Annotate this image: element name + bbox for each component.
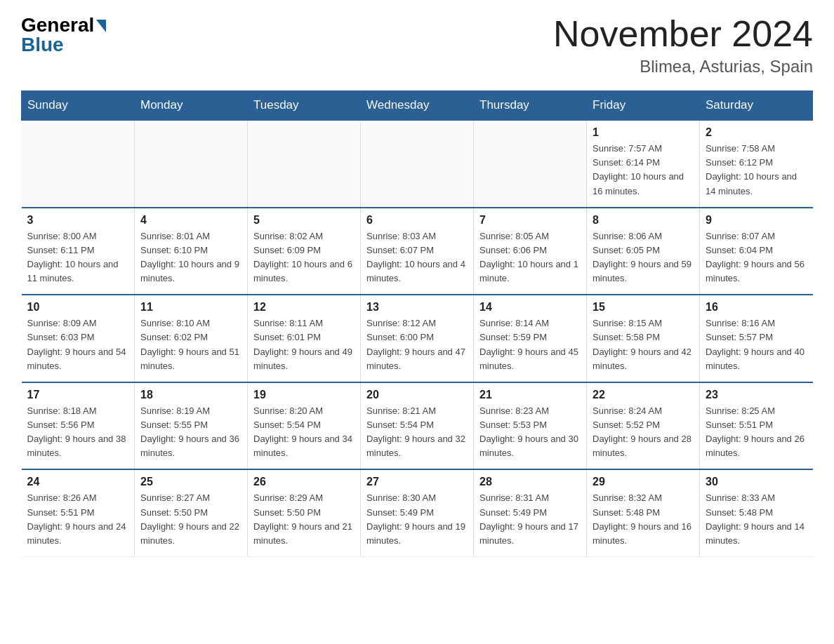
day-info: Sunrise: 8:01 AMSunset: 6:10 PMDaylight:… xyxy=(140,229,241,286)
day-number: 27 xyxy=(366,476,468,488)
calendar-cell: 8Sunrise: 8:06 AMSunset: 6:05 PMDaylight… xyxy=(587,208,700,295)
calendar-cell: 4Sunrise: 8:01 AMSunset: 6:10 PMDaylight… xyxy=(135,208,248,295)
day-number: 5 xyxy=(253,214,355,227)
day-number: 29 xyxy=(593,476,694,488)
day-info: Sunrise: 8:23 AMSunset: 5:53 PMDaylight:… xyxy=(479,404,581,461)
day-number: 23 xyxy=(706,389,807,401)
calendar-cell: 27Sunrise: 8:30 AMSunset: 5:49 PMDayligh… xyxy=(361,469,474,556)
month-year-title: November 2024 xyxy=(553,14,813,54)
day-number: 30 xyxy=(706,476,807,488)
calendar-header: SundayMondayTuesdayWednesdayThursdayFrid… xyxy=(22,91,813,121)
day-number: 25 xyxy=(140,476,241,488)
calendar-cell: 6Sunrise: 8:03 AMSunset: 6:07 PMDaylight… xyxy=(361,208,474,295)
day-number: 7 xyxy=(479,214,581,227)
day-number: 24 xyxy=(27,476,129,488)
day-number: 1 xyxy=(593,126,694,139)
header-day-thursday: Thursday xyxy=(474,91,587,121)
calendar-cell xyxy=(22,120,135,208)
day-info: Sunrise: 8:15 AMSunset: 5:58 PMDaylight:… xyxy=(593,316,694,373)
calendar-cell: 26Sunrise: 8:29 AMSunset: 5:50 PMDayligh… xyxy=(248,469,361,556)
day-number: 20 xyxy=(366,389,468,401)
calendar-cell: 14Sunrise: 8:14 AMSunset: 5:59 PMDayligh… xyxy=(474,295,587,382)
day-info: Sunrise: 8:10 AMSunset: 6:02 PMDaylight:… xyxy=(140,316,241,373)
header-day-tuesday: Tuesday xyxy=(248,91,361,121)
calendar-cell: 11Sunrise: 8:10 AMSunset: 6:02 PMDayligh… xyxy=(135,295,248,382)
week-row-3: 10Sunrise: 8:09 AMSunset: 6:03 PMDayligh… xyxy=(22,295,813,382)
calendar-cell: 18Sunrise: 8:19 AMSunset: 5:55 PMDayligh… xyxy=(135,382,248,470)
day-number: 14 xyxy=(479,301,581,314)
day-number: 18 xyxy=(140,389,241,401)
day-number: 11 xyxy=(140,301,241,314)
calendar-cell: 10Sunrise: 8:09 AMSunset: 6:03 PMDayligh… xyxy=(22,295,135,382)
day-info: Sunrise: 8:30 AMSunset: 5:49 PMDaylight:… xyxy=(366,491,468,548)
day-info: Sunrise: 8:21 AMSunset: 5:54 PMDaylight:… xyxy=(366,404,468,461)
day-number: 3 xyxy=(27,214,129,227)
header-day-sunday: Sunday xyxy=(22,91,135,121)
calendar-cell: 19Sunrise: 8:20 AMSunset: 5:54 PMDayligh… xyxy=(248,382,361,470)
title-area: November 2024 Blimea, Asturias, Spain xyxy=(553,14,813,76)
day-info: Sunrise: 8:14 AMSunset: 5:59 PMDaylight:… xyxy=(479,316,581,373)
day-info: Sunrise: 8:32 AMSunset: 5:48 PMDaylight:… xyxy=(593,491,694,548)
day-info: Sunrise: 8:19 AMSunset: 5:55 PMDaylight:… xyxy=(140,404,241,461)
day-info: Sunrise: 8:06 AMSunset: 6:05 PMDaylight:… xyxy=(593,229,694,286)
day-info: Sunrise: 8:02 AMSunset: 6:09 PMDaylight:… xyxy=(253,229,355,286)
calendar-cell: 9Sunrise: 8:07 AMSunset: 6:04 PMDaylight… xyxy=(700,208,813,295)
logo-arrow-icon xyxy=(96,20,106,32)
day-number: 6 xyxy=(366,214,468,227)
day-info: Sunrise: 8:00 AMSunset: 6:11 PMDaylight:… xyxy=(27,229,129,286)
calendar-cell: 5Sunrise: 8:02 AMSunset: 6:09 PMDaylight… xyxy=(248,208,361,295)
calendar-cell: 20Sunrise: 8:21 AMSunset: 5:54 PMDayligh… xyxy=(361,382,474,470)
logo: General Blue xyxy=(21,14,106,56)
day-info: Sunrise: 8:07 AMSunset: 6:04 PMDaylight:… xyxy=(706,229,807,286)
day-number: 12 xyxy=(253,301,355,314)
header: General Blue November 2024 Blimea, Astur… xyxy=(21,14,813,76)
header-day-monday: Monday xyxy=(135,91,248,121)
calendar-cell: 1Sunrise: 7:57 AMSunset: 6:14 PMDaylight… xyxy=(587,120,700,208)
day-info: Sunrise: 8:33 AMSunset: 5:48 PMDaylight:… xyxy=(706,491,807,548)
week-row-2: 3Sunrise: 8:00 AMSunset: 6:11 PMDaylight… xyxy=(22,208,813,295)
day-number: 4 xyxy=(140,214,241,227)
day-info: Sunrise: 8:25 AMSunset: 5:51 PMDaylight:… xyxy=(706,404,807,461)
location-subtitle: Blimea, Asturias, Spain xyxy=(553,57,813,76)
calendar-cell: 16Sunrise: 8:16 AMSunset: 5:57 PMDayligh… xyxy=(700,295,813,382)
day-info: Sunrise: 8:29 AMSunset: 5:50 PMDaylight:… xyxy=(253,491,355,548)
day-number: 15 xyxy=(593,301,694,314)
day-info: Sunrise: 7:57 AMSunset: 6:14 PMDaylight:… xyxy=(593,142,694,199)
day-info: Sunrise: 7:58 AMSunset: 6:12 PMDaylight:… xyxy=(706,142,807,199)
calendar-cell: 22Sunrise: 8:24 AMSunset: 5:52 PMDayligh… xyxy=(587,382,700,470)
day-info: Sunrise: 8:27 AMSunset: 5:50 PMDaylight:… xyxy=(140,491,241,548)
calendar-cell: 3Sunrise: 8:00 AMSunset: 6:11 PMDaylight… xyxy=(22,208,135,295)
header-day-wednesday: Wednesday xyxy=(361,91,474,121)
calendar-cell: 12Sunrise: 8:11 AMSunset: 6:01 PMDayligh… xyxy=(248,295,361,382)
day-info: Sunrise: 8:20 AMSunset: 5:54 PMDaylight:… xyxy=(253,404,355,461)
week-row-5: 24Sunrise: 8:26 AMSunset: 5:51 PMDayligh… xyxy=(22,469,813,556)
calendar-cell: 29Sunrise: 8:32 AMSunset: 5:48 PMDayligh… xyxy=(587,469,700,556)
day-number: 10 xyxy=(27,301,129,314)
calendar-body: 1Sunrise: 7:57 AMSunset: 6:14 PMDaylight… xyxy=(22,120,813,556)
header-day-saturday: Saturday xyxy=(700,91,813,121)
calendar-cell xyxy=(474,120,587,208)
calendar-cell: 28Sunrise: 8:31 AMSunset: 5:49 PMDayligh… xyxy=(474,469,587,556)
calendar-cell: 2Sunrise: 7:58 AMSunset: 6:12 PMDaylight… xyxy=(700,120,813,208)
day-number: 28 xyxy=(479,476,581,488)
day-info: Sunrise: 8:18 AMSunset: 5:56 PMDaylight:… xyxy=(27,404,129,461)
logo-blue-text: Blue xyxy=(21,34,64,56)
day-info: Sunrise: 8:03 AMSunset: 6:07 PMDaylight:… xyxy=(366,229,468,286)
day-number: 21 xyxy=(479,389,581,401)
day-number: 19 xyxy=(253,389,355,401)
day-number: 17 xyxy=(27,389,129,401)
day-number: 16 xyxy=(706,301,807,314)
calendar-cell: 21Sunrise: 8:23 AMSunset: 5:53 PMDayligh… xyxy=(474,382,587,470)
calendar-cell: 17Sunrise: 8:18 AMSunset: 5:56 PMDayligh… xyxy=(22,382,135,470)
day-number: 8 xyxy=(593,214,694,227)
day-info: Sunrise: 8:31 AMSunset: 5:49 PMDaylight:… xyxy=(479,491,581,548)
calendar-cell: 7Sunrise: 8:05 AMSunset: 6:06 PMDaylight… xyxy=(474,208,587,295)
day-info: Sunrise: 8:26 AMSunset: 5:51 PMDaylight:… xyxy=(27,491,129,548)
day-number: 2 xyxy=(706,126,807,139)
day-number: 26 xyxy=(253,476,355,488)
day-info: Sunrise: 8:09 AMSunset: 6:03 PMDaylight:… xyxy=(27,316,129,373)
calendar-cell: 25Sunrise: 8:27 AMSunset: 5:50 PMDayligh… xyxy=(135,469,248,556)
calendar-cell: 24Sunrise: 8:26 AMSunset: 5:51 PMDayligh… xyxy=(22,469,135,556)
day-number: 13 xyxy=(366,301,468,314)
day-number: 9 xyxy=(706,214,807,227)
